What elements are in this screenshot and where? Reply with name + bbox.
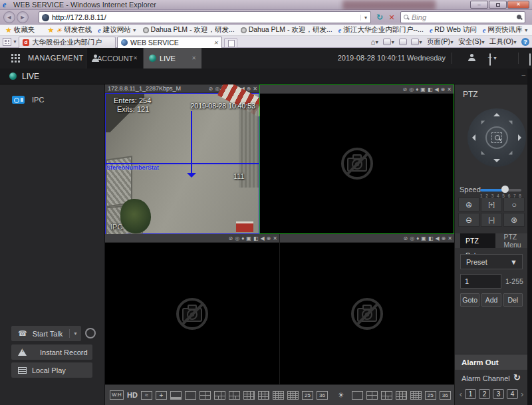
- arrow-down-left-icon[interactable]: [479, 151, 485, 156]
- alarm-out-header[interactable]: Alarm Out: [455, 354, 528, 370]
- video-tile-3[interactable]: ⊘ ◎ ♦ ▣ ◧ ◀ ⊕ ✕: [105, 234, 279, 384]
- close-tab-icon[interactable]: ✕: [213, 40, 218, 46]
- record-icon[interactable]: ▣: [421, 234, 426, 243]
- split-13-icon[interactable]: [258, 391, 269, 400]
- split-20-icon[interactable]: [287, 391, 299, 400]
- brightness-icon[interactable]: ☀: [338, 391, 344, 400]
- new-tab-button[interactable]: [224, 38, 237, 48]
- tab-list-caret[interactable]: ▼: [13, 39, 17, 44]
- ptz-3d-position-button[interactable]: [485, 126, 508, 149]
- eye-icon[interactable]: ◎: [410, 234, 414, 243]
- local-play-button[interactable]: Local Play: [11, 362, 92, 378]
- close-tab-icon[interactable]: ✕: [133, 55, 138, 61]
- alarm-channel-2[interactable]: 2: [479, 389, 490, 399]
- empty-video-area[interactable]: [280, 243, 454, 384]
- live-video-feed[interactable]: StereoNumberStat Enters: 254 Exits: 121 …: [105, 93, 259, 234]
- eye-icon[interactable]: ◎: [409, 85, 414, 94]
- split-8-icon[interactable]: [381, 391, 392, 400]
- arrow-right-icon[interactable]: [518, 134, 521, 141]
- close-tab-icon[interactable]: ✕: [192, 55, 196, 61]
- browser-tab-web-service[interactable]: WEB SERVICE ✕: [117, 37, 222, 48]
- snapshot-icon[interactable]: ◧: [253, 234, 259, 243]
- ptz-direction-pad[interactable]: [467, 108, 526, 167]
- speed-slider-handle[interactable]: [501, 186, 509, 193]
- goto-button[interactable]: Goto: [460, 293, 479, 307]
- digital-zoom-icon[interactable]: ⊕: [267, 234, 271, 243]
- alarm-channel-3[interactable]: 3: [493, 389, 504, 399]
- talk-icon[interactable]: ♦: [416, 85, 418, 94]
- stop-button[interactable]: ✕: [386, 11, 397, 23]
- back-button[interactable]: ◄: [3, 11, 15, 23]
- empty-video-area[interactable]: [260, 94, 454, 233]
- refresh-button[interactable]: ↻: [374, 11, 385, 23]
- split-25-button[interactable]: 25: [302, 391, 313, 400]
- forward-button[interactable]: ►: [17, 11, 29, 23]
- close-window-button[interactable]: ✕: [507, 1, 529, 9]
- aspect-ratio-button[interactable]: W:H: [110, 390, 124, 400]
- arrow-up-right-icon[interactable]: [509, 119, 514, 124]
- split-16-icon[interactable]: [410, 391, 422, 400]
- favorites-button[interactable]: 收藏夹: [14, 25, 35, 35]
- split-4-icon[interactable]: [200, 391, 211, 400]
- zoom-out-button[interactable]: ⊖: [458, 213, 479, 227]
- fisheye-icon[interactable]: ⊘: [229, 234, 233, 243]
- audio-icon[interactable]: ◀: [434, 85, 438, 94]
- search-go-icon[interactable]: [517, 15, 522, 20]
- favorites-star-icon[interactable]: ★: [5, 26, 12, 35]
- maximize-button[interactable]: [489, 1, 507, 9]
- close-icon[interactable]: ✕: [448, 234, 452, 243]
- fisheye-icon[interactable]: ⊘: [404, 234, 408, 243]
- start-talk-button[interactable]: ☎ Start Talk ▼: [11, 326, 81, 341]
- focus-near-button[interactable]: [+]: [481, 198, 502, 211]
- arrow-down-icon[interactable]: [493, 159, 500, 162]
- address-dropdown-icon[interactable]: ▾: [360, 15, 370, 21]
- favorite-item[interactable]: Dahua PLM - 欢迎，研发...: [241, 25, 332, 35]
- empty-video-area[interactable]: [105, 243, 279, 384]
- video-tile-2-selected[interactable]: ⊘ ◎ ♦ ▣ ◧ ◀ ⊕ ✕: [259, 84, 454, 234]
- scroll-hint-icon[interactable]: ‒: [521, 71, 525, 78]
- add-button[interactable]: Add: [481, 293, 501, 307]
- browser-tab-dahua-portal[interactable]: d 大华股份企业内部门户: [19, 37, 116, 48]
- favorite-item[interactable]: e建议网站▼: [98, 25, 136, 35]
- chevron-left-icon[interactable]: ‹: [460, 389, 462, 399]
- focus-far-button[interactable]: [−]: [481, 213, 502, 227]
- fullscreen-icon[interactable]: +: [156, 391, 167, 400]
- arrow-up-left-icon[interactable]: [479, 119, 485, 124]
- split-9-icon[interactable]: [243, 391, 255, 400]
- split-16-icon[interactable]: [273, 391, 284, 400]
- management-button[interactable]: MANAGEMENT: [28, 54, 84, 62]
- favorite-item[interactable]: e浙江大华企业内部门户--...: [338, 25, 424, 35]
- safety-menu[interactable]: 安全(S)▼: [458, 37, 485, 47]
- feeds-button[interactable]: ▼: [383, 39, 395, 45]
- page-menu[interactable]: 页面(P)▼: [427, 37, 454, 47]
- split-36-button[interactable]: 36: [317, 391, 328, 400]
- tools-menu[interactable]: 工具(O)▼: [489, 37, 517, 47]
- print-button[interactable]: ▼: [411, 39, 423, 45]
- audio-icon[interactable]: ◀: [435, 234, 439, 243]
- audio-icon[interactable]: ◀: [260, 234, 264, 243]
- fisheye-icon[interactable]: ⊘: [209, 84, 213, 93]
- del-button[interactable]: Del: [503, 293, 523, 307]
- split-25-button[interactable]: 25: [425, 391, 436, 400]
- close-icon[interactable]: ✕: [253, 84, 257, 93]
- logout-button[interactable]: [489, 54, 491, 66]
- snapshot-icon[interactable]: ◧: [428, 234, 434, 243]
- alarm-channel-1[interactable]: 1: [465, 389, 476, 399]
- tab-account[interactable]: ACCOUNT ✕: [86, 48, 144, 68]
- close-icon[interactable]: ✕: [273, 234, 277, 243]
- chevron-down-icon[interactable]: ▼: [70, 331, 81, 336]
- alarm-channel-4[interactable]: 4: [507, 389, 518, 399]
- favorite-item[interactable]: ☀研发在线: [56, 25, 92, 35]
- split-9-icon[interactable]: [396, 391, 407, 400]
- talk-icon[interactable]: ♦: [416, 234, 419, 243]
- favorite-item[interactable]: Dahua PLM - 欢迎，研发...: [143, 25, 235, 35]
- split-36-button[interactable]: 36: [440, 391, 451, 400]
- snapshot-icon[interactable]: ◧: [428, 85, 433, 94]
- instant-record-button[interactable]: ! Instant Record: [11, 344, 92, 360]
- split-6-icon[interactable]: [214, 391, 225, 400]
- split-1-icon[interactable]: [352, 391, 363, 400]
- arrow-up-icon[interactable]: [493, 113, 500, 116]
- tab-live[interactable]: LIVE ✕: [144, 48, 201, 68]
- single-with-panel-icon[interactable]: [170, 391, 182, 400]
- preset-number-input[interactable]: [460, 274, 501, 289]
